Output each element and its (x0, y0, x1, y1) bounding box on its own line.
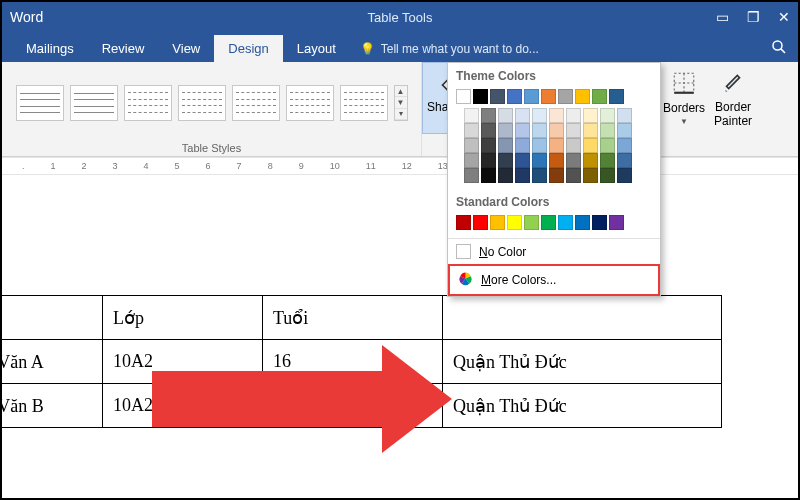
color-swatch[interactable] (600, 153, 615, 168)
color-swatch[interactable] (498, 108, 513, 123)
color-swatch[interactable] (617, 138, 632, 153)
color-swatch[interactable] (473, 215, 488, 230)
color-swatch[interactable] (541, 215, 556, 230)
color-swatch[interactable] (549, 168, 564, 183)
color-swatch[interactable] (464, 123, 479, 138)
table-cell[interactable] (0, 296, 103, 340)
color-swatch[interactable] (464, 153, 479, 168)
window-minimize-icon[interactable]: ▭ (716, 9, 729, 25)
table-style-option[interactable] (178, 85, 226, 121)
color-swatch[interactable] (490, 215, 505, 230)
color-swatch[interactable] (456, 89, 471, 104)
color-swatch[interactable] (600, 138, 615, 153)
border-painter-button[interactable]: Border Painter (709, 62, 757, 134)
color-swatch[interactable] (507, 89, 522, 104)
color-swatch[interactable] (515, 108, 530, 123)
search-button[interactable] (760, 32, 798, 62)
tab-design[interactable]: Design (214, 35, 282, 62)
color-swatch[interactable] (566, 153, 581, 168)
color-swatch[interactable] (617, 123, 632, 138)
color-swatch[interactable] (558, 89, 573, 104)
color-swatch[interactable] (524, 89, 539, 104)
color-swatch[interactable] (532, 138, 547, 153)
color-swatch[interactable] (498, 123, 513, 138)
color-swatch[interactable] (481, 168, 496, 183)
chevron-more-icon[interactable]: ▾ (395, 109, 407, 120)
color-swatch[interactable] (549, 138, 564, 153)
color-swatch[interactable] (566, 168, 581, 183)
color-swatch[interactable] (541, 89, 556, 104)
tab-mailings[interactable]: Mailings (12, 35, 88, 62)
window-restore-icon[interactable]: ❐ (747, 9, 760, 25)
color-swatch[interactable] (498, 168, 513, 183)
color-swatch[interactable] (473, 89, 488, 104)
color-swatch[interactable] (464, 108, 479, 123)
color-swatch[interactable] (515, 153, 530, 168)
table-style-option[interactable] (124, 85, 172, 121)
tell-me-search[interactable]: 💡 Tell me what you want to do... (350, 36, 549, 62)
color-swatch[interactable] (515, 123, 530, 138)
color-swatch[interactable] (617, 153, 632, 168)
color-swatch[interactable] (592, 89, 607, 104)
table-cell[interactable]: Tuổi (263, 296, 443, 340)
color-swatch[interactable] (558, 215, 573, 230)
color-swatch[interactable] (532, 108, 547, 123)
color-swatch[interactable] (549, 153, 564, 168)
color-swatch[interactable] (524, 215, 539, 230)
color-swatch[interactable] (609, 215, 624, 230)
window-close-icon[interactable]: ✕ (778, 9, 790, 25)
table-style-option[interactable] (232, 85, 280, 121)
color-swatch[interactable] (481, 108, 496, 123)
color-swatch[interactable] (583, 153, 598, 168)
color-swatch[interactable] (532, 153, 547, 168)
color-swatch[interactable] (481, 138, 496, 153)
table-cell[interactable]: ễn Văn A (0, 340, 103, 384)
color-swatch[interactable] (507, 215, 522, 230)
chevron-up-icon[interactable]: ▲ (395, 86, 407, 97)
horizontal-ruler[interactable]: .1234567891011121314151617 (2, 157, 798, 175)
color-swatch[interactable] (532, 168, 547, 183)
color-swatch[interactable] (583, 108, 598, 123)
table-cell[interactable]: Quận Thủ Đức (443, 384, 722, 428)
color-swatch[interactable] (600, 168, 615, 183)
color-swatch[interactable] (600, 123, 615, 138)
table-style-option[interactable] (286, 85, 334, 121)
gallery-scroll[interactable]: ▲▼▾ (394, 85, 408, 121)
color-swatch[interactable] (609, 89, 624, 104)
color-swatch[interactable] (549, 108, 564, 123)
table-style-option[interactable] (16, 85, 64, 121)
color-swatch[interactable] (490, 89, 505, 104)
no-color-item[interactable]: No Color (448, 239, 660, 264)
table-style-option[interactable] (70, 85, 118, 121)
color-swatch[interactable] (617, 168, 632, 183)
color-swatch[interactable] (464, 168, 479, 183)
color-swatch[interactable] (481, 153, 496, 168)
color-swatch[interactable] (575, 89, 590, 104)
color-swatch[interactable] (592, 215, 607, 230)
color-swatch[interactable] (617, 108, 632, 123)
color-swatch[interactable] (515, 138, 530, 153)
color-swatch[interactable] (464, 138, 479, 153)
table-cell[interactable]: Quận Thủ Đức (443, 340, 722, 384)
color-swatch[interactable] (481, 123, 496, 138)
chevron-down-icon[interactable]: ▼ (395, 97, 407, 108)
color-swatch[interactable] (600, 108, 615, 123)
color-swatch[interactable] (583, 168, 598, 183)
table-cell[interactable]: ễn Văn B (0, 384, 103, 428)
table-cell[interactable]: Lớp (103, 296, 263, 340)
more-colors-item[interactable]: More Colors... (448, 264, 660, 296)
color-swatch[interactable] (566, 108, 581, 123)
color-swatch[interactable] (566, 123, 581, 138)
table-cell[interactable] (443, 296, 722, 340)
color-swatch[interactable] (566, 138, 581, 153)
color-swatch[interactable] (498, 138, 513, 153)
color-swatch[interactable] (532, 123, 547, 138)
color-swatch[interactable] (515, 168, 530, 183)
borders-button[interactable]: Borders ▼ (659, 62, 709, 134)
color-swatch[interactable] (498, 153, 513, 168)
tab-layout[interactable]: Layout (283, 35, 350, 62)
color-swatch[interactable] (583, 138, 598, 153)
table-style-option[interactable] (340, 85, 388, 121)
color-swatch[interactable] (549, 123, 564, 138)
tab-view[interactable]: View (158, 35, 214, 62)
